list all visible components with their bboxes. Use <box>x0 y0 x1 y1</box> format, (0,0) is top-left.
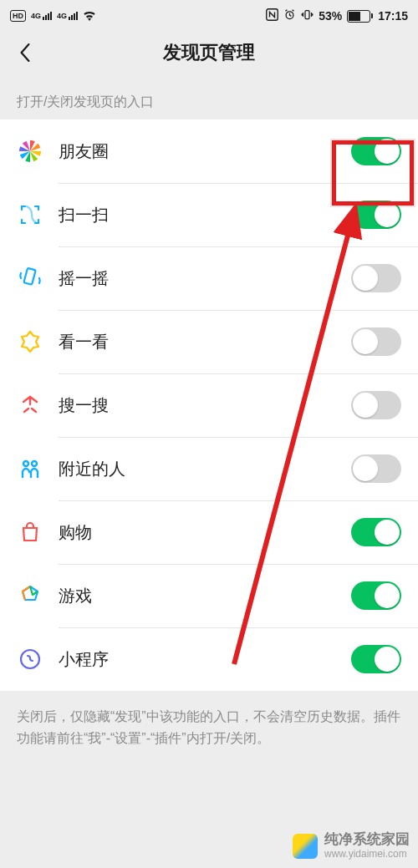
sim2-indicator: 4G <box>57 12 78 20</box>
nearby-icon <box>17 455 57 482</box>
row-topstories: 看一看 <box>0 310 418 373</box>
section-label: 打开/关闭发现页的入口 <box>0 77 418 119</box>
battery-percent: 53% <box>319 9 342 23</box>
toggle-topstories[interactable] <box>351 327 401 356</box>
watermark-name: 纯净系统家园 <box>324 832 410 848</box>
toggle-shopping[interactable] <box>351 518 401 546</box>
row-label: 小程序 <box>57 648 351 671</box>
row-games: 游戏 <box>0 564 418 627</box>
shake-icon <box>17 265 57 292</box>
watermark: 纯净系统家园 www.yidaimei.com <box>293 832 410 860</box>
toggle-nearby[interactable] <box>351 454 401 483</box>
row-label: 附近的人 <box>57 458 351 480</box>
row-label: 朋友圈 <box>57 140 351 163</box>
scan-icon <box>17 201 57 228</box>
toggle-shake[interactable] <box>351 264 401 292</box>
toggle-moments[interactable] <box>351 137 401 165</box>
row-label: 购物 <box>57 521 351 544</box>
row-shake: 摇一摇 <box>0 246 418 310</box>
discover-list: 朋友圈 扫一扫 摇一摇 看一看 <box>0 119 418 691</box>
svg-rect-2 <box>305 11 309 19</box>
row-search: 搜一搜 <box>0 373 418 437</box>
row-label: 看一看 <box>57 331 351 353</box>
vibrate-icon <box>301 8 314 23</box>
toggle-scan[interactable] <box>351 201 401 229</box>
shopping-icon <box>17 519 57 546</box>
games-icon <box>17 582 57 609</box>
sim1-indicator: 4G <box>31 12 52 20</box>
row-label: 游戏 <box>57 585 351 607</box>
footer-hint: 关闭后，仅隐藏“发现”中该功能的入口，不会清空历史数据。插件功能请前往“我”-“… <box>0 691 418 772</box>
watermark-url: www.yidaimei.com <box>324 848 410 860</box>
row-miniprogram: 小程序 <box>0 627 418 691</box>
row-shopping: 购物 <box>0 500 418 564</box>
watermark-logo-icon <box>293 834 318 859</box>
battery-icon <box>347 10 373 23</box>
moments-icon <box>17 138 57 165</box>
miniprogram-icon <box>17 646 57 673</box>
row-nearby: 附近的人 <box>0 437 418 500</box>
alarm-icon <box>283 8 296 23</box>
toggle-search[interactable] <box>351 391 401 419</box>
svg-point-5 <box>32 461 37 466</box>
svg-point-4 <box>23 461 28 466</box>
row-label: 摇一摇 <box>57 267 351 290</box>
nav-bar: 发现页管理 <box>0 28 418 77</box>
row-label: 搜一搜 <box>57 394 351 417</box>
svg-rect-3 <box>23 268 35 285</box>
toggle-miniprogram[interactable] <box>351 645 401 673</box>
status-bar: HD 4G 4G 53% 17:15 <box>0 0 418 28</box>
hd-indicator: HD <box>10 10 26 22</box>
nfc-icon <box>266 8 278 23</box>
toggle-games[interactable] <box>351 581 401 610</box>
wifi-icon <box>83 11 96 21</box>
row-moments: 朋友圈 <box>0 119 418 183</box>
row-scan: 扫一扫 <box>0 183 418 246</box>
page-title: 发现页管理 <box>13 40 405 65</box>
search-icon <box>17 392 57 419</box>
row-label: 扫一扫 <box>57 204 351 226</box>
clock: 17:15 <box>378 9 408 23</box>
topstories-icon <box>17 328 57 355</box>
